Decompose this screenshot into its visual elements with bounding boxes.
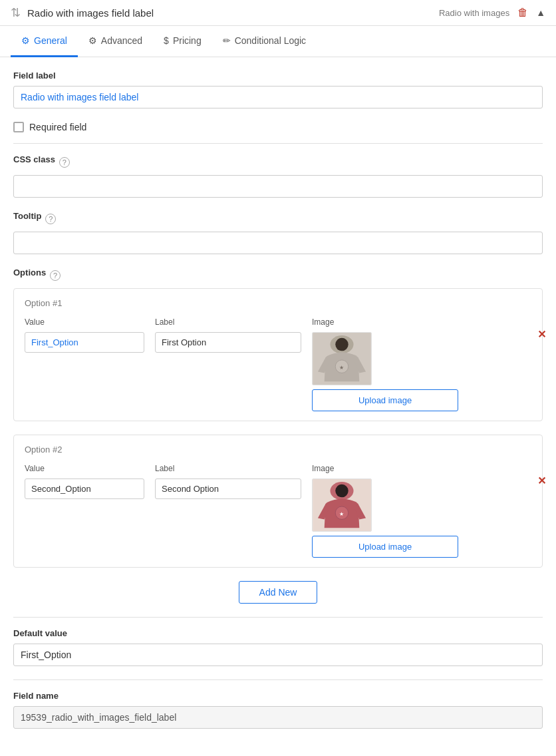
default-value-heading: Default value — [13, 628, 543, 638]
option-2-image-preview-wrapper: ★ ✕ — [312, 478, 531, 532]
css-class-section: CSS class ? — [13, 154, 543, 198]
option-1-image-group: Image — [312, 317, 531, 411]
option-1-value-input[interactable] — [25, 332, 144, 353]
option-2-image-area: ★ ✕ Upload image — [312, 478, 531, 558]
svg-text:★: ★ — [340, 365, 345, 371]
default-value-input[interactable] — [13, 644, 543, 666]
top-bar-left: ⇅ Radio with images field label — [11, 5, 154, 20]
tooltip-input[interactable] — [13, 232, 543, 254]
option-2-hoodie-image: ★ — [312, 478, 372, 532]
tab-pricing-label: Pricing — [173, 35, 202, 46]
dollar-icon: $ — [164, 35, 169, 46]
svg-point-2 — [335, 338, 348, 351]
css-class-input[interactable] — [13, 175, 543, 198]
option-1-value-label: Value — [25, 317, 144, 327]
field-name-section: Field name — [13, 691, 543, 729]
tabs-bar: ⚙ General ⚙ Advanced $ Pricing ✏ Conditi… — [0, 26, 556, 57]
tab-pricing[interactable]: $ Pricing — [153, 26, 212, 57]
option-1-label-group: Label — [155, 317, 301, 353]
divider-3 — [13, 679, 543, 680]
options-section: Options ? Option #1 Value Label Image — [13, 268, 543, 604]
add-new-button[interactable]: Add New — [239, 581, 318, 604]
tab-conditional-label: Conditional Logic — [235, 35, 306, 46]
tooltip-label-row: Tooltip ? — [13, 211, 543, 226]
option-1-value-group: Value — [25, 317, 144, 353]
field-label-input[interactable] — [13, 86, 543, 108]
field-type-label: Radio with images — [439, 8, 509, 18]
options-help-icon[interactable]: ? — [50, 270, 61, 281]
option-1-image-area: ★ ✕ Upload image — [312, 332, 531, 411]
tab-advanced[interactable]: ⚙ Advanced — [78, 26, 153, 57]
required-field-row: Required field — [13, 122, 543, 132]
svg-point-7 — [335, 484, 348, 498]
option-2-remove-image[interactable]: ✕ — [537, 474, 546, 487]
svg-text:★: ★ — [340, 511, 345, 517]
option-1-upload-button[interactable]: Upload image — [312, 389, 458, 411]
option-1-label-input[interactable] — [155, 332, 301, 353]
option-2-label-sublabel: Label — [155, 464, 301, 473]
option-1-image-preview-wrapper: ★ ✕ — [312, 332, 531, 385]
option-1-image-label: Image — [312, 317, 531, 327]
delete-icon[interactable]: 🗑 — [517, 7, 528, 19]
field-label-section: Field label — [13, 71, 543, 108]
option-2-title: Option #2 — [25, 445, 531, 455]
css-class-help-icon[interactable]: ? — [59, 157, 70, 168]
tooltip-help-icon[interactable]: ? — [45, 214, 56, 224]
tab-conditional[interactable]: ✏ Conditional Logic — [212, 26, 317, 57]
pencil-icon: ✏ — [223, 35, 231, 46]
options-label-row: Options ? — [13, 268, 543, 283]
tab-advanced-label: Advanced — [101, 35, 142, 46]
content-area: Field label Required field CSS class ? T… — [0, 57, 556, 755]
option-2-upload-button[interactable]: Upload image — [312, 536, 458, 558]
field-name-input[interactable] — [13, 706, 543, 729]
divider-1 — [13, 143, 543, 144]
divider-2 — [13, 617, 543, 618]
option-2-value-input[interactable] — [25, 478, 144, 499]
css-class-heading: CSS class — [13, 154, 55, 164]
sort-icon[interactable]: ⇅ — [11, 5, 21, 20]
option-block-1: Option #1 Value Label Image — [13, 288, 543, 421]
top-bar: ⇅ Radio with images field label Radio wi… — [0, 0, 556, 26]
option-2-value-label: Value — [25, 464, 144, 473]
css-class-label-row: CSS class ? — [13, 154, 543, 170]
option-1-hoodie-image: ★ — [312, 332, 372, 385]
option-2-image-label: Image — [312, 464, 531, 473]
gear-icon-advanced: ⚙ — [88, 35, 97, 46]
gear-icon-general: ⚙ — [21, 35, 30, 46]
option-2-fields: Value Label Image — [25, 464, 531, 558]
collapse-icon[interactable]: ▲ — [536, 7, 545, 18]
option-1-label-sublabel: Label — [155, 317, 301, 327]
default-value-section: Default value — [13, 628, 543, 666]
required-field-checkbox[interactable] — [13, 122, 24, 132]
field-title: Radio with images field label — [27, 7, 154, 19]
option-2-label-input[interactable] — [155, 478, 301, 499]
option-2-image-group: Image — [312, 464, 531, 558]
field-label-heading: Field label — [13, 71, 543, 81]
required-field-label: Required field — [29, 122, 86, 132]
top-bar-right: Radio with images 🗑 ▲ — [439, 7, 545, 19]
option-2-value-group: Value — [25, 464, 144, 499]
option-1-title: Option #1 — [25, 298, 531, 308]
tooltip-heading: Tooltip — [13, 211, 41, 221]
add-new-row: Add New — [13, 581, 543, 604]
tooltip-section: Tooltip ? — [13, 211, 543, 254]
option-block-2: Option #2 Value Label Image — [13, 435, 543, 568]
option-1-remove-image[interactable]: ✕ — [537, 328, 546, 341]
tab-general[interactable]: ⚙ General — [11, 26, 78, 57]
field-name-heading: Field name — [13, 691, 543, 701]
options-heading: Options — [13, 268, 46, 278]
tab-general-label: General — [34, 35, 67, 46]
option-1-fields: Value Label Image — [25, 317, 531, 411]
option-2-label-group: Label — [155, 464, 301, 499]
